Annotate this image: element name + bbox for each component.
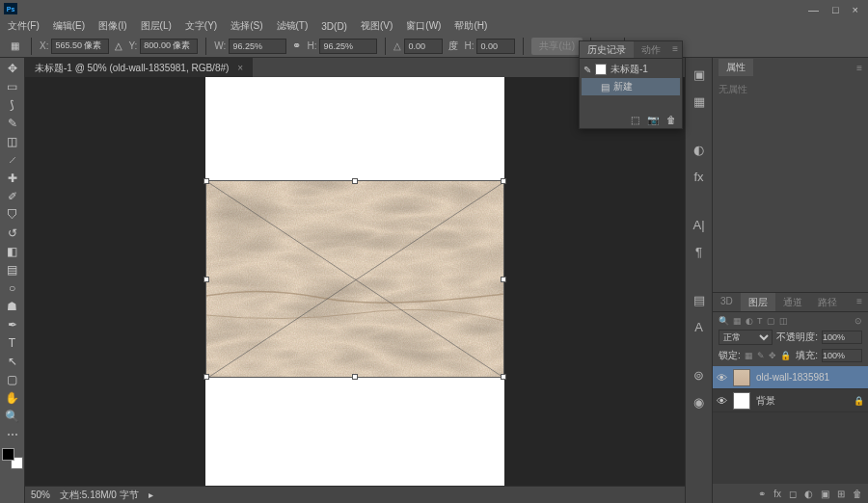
blur-tool-icon[interactable]: ○ [3, 279, 22, 297]
angle-input[interactable] [404, 39, 443, 54]
brush-tool-icon[interactable]: ✐ [3, 188, 22, 205]
hand-tool-icon[interactable]: ✋ [3, 389, 22, 407]
menu-layer[interactable]: 图层(L) [135, 17, 177, 35]
link-wh-icon[interactable]: ⚭ [292, 40, 301, 52]
h-input[interactable] [319, 39, 377, 54]
opacity-input[interactable] [822, 331, 862, 344]
zoom-level[interactable]: 50% [31, 490, 50, 500]
menu-image[interactable]: 图像(I) [93, 17, 132, 35]
color-swatches[interactable] [2, 448, 23, 469]
layer-thumbnail[interactable] [733, 392, 750, 410]
blend-mode-select[interactable]: 正常 [719, 330, 773, 345]
zoom-tool-icon[interactable]: 🔍 [3, 408, 22, 425]
swatches-panel-icon[interactable]: ▦ [691, 93, 708, 110]
brush-settings-panel-icon[interactable]: A [691, 318, 708, 335]
transform-tool-icon[interactable]: ▦ [6, 38, 23, 55]
quick-select-tool-icon[interactable]: ✎ [3, 115, 22, 132]
healing-tool-icon[interactable]: ✚ [3, 170, 22, 187]
lock-all-icon[interactable]: 🔒 [780, 351, 791, 360]
history-snapshot[interactable]: ✎ 未标题-1 [582, 61, 680, 78]
paragraph-panel-icon[interactable]: ¶ [691, 243, 708, 260]
pen-tool-icon[interactable]: ✒ [3, 316, 22, 333]
filter-type-icon[interactable]: 🔍 [719, 316, 729, 326]
share-button[interactable]: 共享(出) [531, 38, 583, 55]
actions-tab[interactable]: 动作 [634, 41, 668, 58]
document-tab[interactable]: 未标题-1 @ 50% (old-wall-1835981, RGB/8#) × [25, 58, 253, 78]
menu-3d[interactable]: 3D(D) [315, 19, 353, 34]
history-panel[interactable]: 历史记录 动作 ≡ ✎ 未标题-1 ▤ 新建 ⬚ 📷 🗑 [579, 40, 683, 129]
doc-info[interactable]: 文档:5.18M/0 字节 [60, 489, 139, 502]
color-panel-icon[interactable]: ▣ [691, 66, 708, 83]
lock-transparent-icon[interactable]: ▦ [745, 351, 753, 360]
close-tab-icon[interactable]: × [237, 63, 243, 73]
filter-adjust-icon[interactable]: ◐ [746, 316, 753, 326]
canvas-area[interactable] [25, 77, 685, 486]
doc-info-chevron-icon[interactable]: ▸ [149, 490, 153, 500]
layer-row[interactable]: 👁 背景 🔒 [713, 389, 868, 412]
y-input[interactable] [140, 39, 198, 54]
layer-mask-icon[interactable]: ◻ [789, 489, 797, 499]
filter-shape-icon[interactable]: ▢ [767, 316, 775, 326]
edit-toolbar-icon[interactable]: ⋯ [3, 426, 22, 443]
eyedropper-tool-icon[interactable]: ⟋ [3, 151, 22, 169]
adjustment-layer-icon[interactable]: ◐ [804, 489, 813, 499]
delete-layer-icon[interactable]: 🗑 [853, 489, 862, 499]
fill-input[interactable] [822, 349, 862, 362]
lock-position-icon[interactable]: ✥ [769, 351, 776, 360]
group-icon[interactable]: ▣ [821, 489, 829, 499]
foreground-color-swatch[interactable] [2, 448, 14, 461]
path-select-tool-icon[interactable]: ↖ [3, 353, 22, 370]
w-input[interactable] [229, 39, 286, 54]
layer-name[interactable]: 背景 [756, 394, 775, 408]
menu-edit[interactable]: 编辑(E) [47, 17, 91, 35]
menu-help[interactable]: 帮助(H) [448, 17, 493, 35]
character-panel-icon[interactable]: A| [691, 216, 708, 233]
create-snapshot-icon[interactable]: 📷 [647, 115, 659, 125]
x-input[interactable] [51, 39, 109, 54]
tab-layers[interactable]: 图层 [741, 293, 775, 311]
filter-type-t-icon[interactable]: T [757, 316, 763, 326]
history-menu-icon[interactable]: ≡ [668, 41, 682, 58]
layer-thumbnail[interactable] [733, 369, 750, 386]
dodge-tool-icon[interactable]: ☗ [3, 298, 22, 315]
navigator-panel-icon[interactable]: ◉ [691, 393, 708, 410]
brushes-panel-icon[interactable]: ▤ [691, 291, 708, 308]
eraser-tool-icon[interactable]: ◧ [3, 243, 22, 260]
move-tool-icon[interactable]: ✥ [3, 60, 22, 77]
styles-panel-icon[interactable]: fx [691, 168, 708, 185]
layer-fx-icon[interactable]: fx [773, 489, 781, 499]
layer-row[interactable]: 👁 old-wall-1835981 [713, 366, 868, 389]
menu-filter[interactable]: 滤镜(T) [271, 17, 314, 35]
link-layers-icon[interactable]: ⚭ [758, 489, 766, 499]
create-document-icon[interactable]: ⬚ [631, 115, 639, 125]
visibility-toggle-icon[interactable]: 👁 [717, 372, 727, 384]
minimize-button[interactable]: — [808, 4, 819, 15]
gradient-tool-icon[interactable]: ▤ [3, 261, 22, 278]
layer-name[interactable]: old-wall-1835981 [756, 372, 829, 383]
filter-smart-icon[interactable]: ◫ [779, 316, 788, 326]
tab-paths[interactable]: 路径 [810, 293, 845, 311]
filter-toggle-icon[interactable]: ⊙ [854, 316, 862, 326]
properties-tab[interactable]: 属性 [719, 59, 753, 76]
tab-channels[interactable]: 通道 [775, 293, 810, 311]
type-tool-icon[interactable]: T [3, 334, 22, 352]
link-xy-icon[interactable]: △ [115, 40, 122, 51]
adjustments-panel-icon[interactable]: ◐ [691, 141, 708, 158]
menu-select[interactable]: 选择(S) [225, 17, 268, 35]
crop-tool-icon[interactable]: ◫ [3, 133, 22, 150]
lock-pixels-icon[interactable]: ✎ [757, 351, 765, 360]
document-canvas[interactable] [205, 77, 504, 486]
menu-type[interactable]: 文字(Y) [179, 17, 223, 35]
skew-input[interactable] [476, 39, 515, 54]
panel-menu-icon[interactable]: ≡ [856, 63, 862, 73]
menu-view[interactable]: 视图(V) [355, 17, 398, 35]
tab-3d[interactable]: 3D [713, 293, 741, 311]
info-panel-icon[interactable]: ⊚ [691, 366, 708, 384]
lasso-tool-icon[interactable]: ⟆ [3, 96, 22, 114]
history-brush-tool-icon[interactable]: ↺ [3, 225, 22, 242]
new-layer-icon[interactable]: ⊞ [837, 489, 845, 499]
maximize-button[interactable]: □ [832, 4, 839, 15]
visibility-toggle-icon[interactable]: 👁 [717, 395, 727, 407]
layers-menu-icon[interactable]: ≡ [849, 293, 868, 311]
stamp-tool-icon[interactable]: ⛉ [3, 206, 22, 224]
